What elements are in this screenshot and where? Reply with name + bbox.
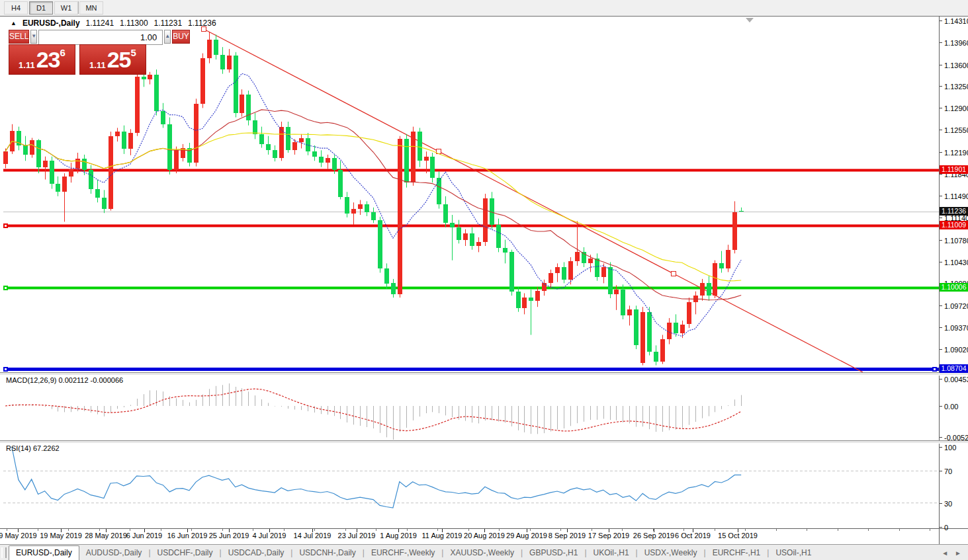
chart-ohlc-header: ▲ EURUSD-,Daily 1.11241 1.11300 1.11231 … xyxy=(11,19,216,28)
timeframe-d1[interactable]: D1 xyxy=(29,1,53,15)
chart-bottom-border xyxy=(0,528,968,529)
chart-tab-audusd-daily[interactable]: AUDUSD-,Daily xyxy=(79,546,149,559)
volume-decrease-icon[interactable]: ▼ xyxy=(30,30,37,44)
buy-price-pip: 5 xyxy=(131,47,136,58)
price-tick: 1.10780 xyxy=(944,237,968,245)
chart-tab-usdcnh-daily[interactable]: USDCNH-,Daily xyxy=(292,546,362,559)
chart-tab-usdx-weekly[interactable]: USDX-,Weekly xyxy=(638,546,704,559)
rsi-tick: 30 xyxy=(944,500,952,508)
sell-price-box[interactable]: 1.11 23 6 xyxy=(9,44,75,75)
macd-tick: 0.004536 xyxy=(944,376,968,383)
date-label: 17 Sep 2019 xyxy=(588,532,629,540)
date-label: 4 Jul 2019 xyxy=(253,532,286,540)
price-tick: 1.12900 xyxy=(944,104,968,112)
sell-button[interactable]: SELL xyxy=(9,30,29,44)
sell-price-prefix: 1.11 xyxy=(19,60,35,70)
price-tick: 1.09720 xyxy=(944,302,968,310)
rsi-tick: 0 xyxy=(944,524,948,532)
chart-tab-gbpusd-h1[interactable]: GBPUSD-,H1 xyxy=(523,546,584,559)
buy-price-big: 25 xyxy=(107,46,131,73)
one-click-trading-panel: SELL ▼ ▲ BUY 1.11 23 6 1.11 25 5 xyxy=(9,30,146,75)
date-label: 20 Aug 2019 xyxy=(464,532,505,540)
date-label: 6 Oct 2019 xyxy=(675,532,711,540)
chart-symbol-label: EURUSD-,Daily xyxy=(22,19,80,28)
date-label: 11 Aug 2019 xyxy=(422,532,462,540)
chart-tabs: EURUSD-,DailyAUDUSD-,Daily|USDCHF-,Daily… xyxy=(9,545,818,560)
timeframe-mn[interactable]: MN xyxy=(79,1,103,15)
date-label: 28 May 2019 xyxy=(85,532,127,540)
rsi-tick: 70 xyxy=(944,467,952,475)
date-label: 25 Jun 2019 xyxy=(209,532,249,540)
timeframe-h4[interactable]: H4 xyxy=(4,1,28,15)
hline-price-badge: 1.11901 xyxy=(940,165,968,174)
price-tick: 1.09020 xyxy=(944,346,968,354)
buy-button[interactable]: BUY xyxy=(172,30,190,44)
ohlc-high: 1.11300 xyxy=(120,19,148,28)
ohlc-close: 1.11236 xyxy=(188,19,216,28)
volume-increase-icon[interactable]: ▲ xyxy=(164,30,171,44)
ohlc-open: 1.11241 xyxy=(86,19,114,28)
price-scale-divider xyxy=(939,16,940,544)
date-label: 9 May 2019 xyxy=(0,532,37,540)
date-label: 16 Jun 2019 xyxy=(167,532,208,540)
macd-panel-plot-area[interactable] xyxy=(3,375,939,438)
macd-label: MACD(12,26,9) 0.002112 -0.000066 xyxy=(6,376,123,384)
date-label: 29 Aug 2019 xyxy=(506,532,547,540)
price-tick: 1.11490 xyxy=(944,192,968,200)
sell-price-big: 23 xyxy=(36,46,60,73)
volume-input[interactable] xyxy=(38,30,163,45)
price-tick: 1.12190 xyxy=(944,149,968,157)
date-label: 15 Oct 2019 xyxy=(718,532,758,540)
date-label: 1 Aug 2019 xyxy=(380,532,417,540)
date-label: 6 Jun 2019 xyxy=(126,532,162,540)
hline-price-badge: 1.10006 xyxy=(940,283,968,292)
chart-tab-eurchf-weekly[interactable]: EURCHF-,Weekly xyxy=(365,546,441,559)
tabs-scroll-left-icon[interactable]: ◄ xyxy=(942,549,948,557)
chart-tab-usdchf-daily[interactable]: USDCHF-,Daily xyxy=(151,546,220,559)
ohlc-low: 1.11231 xyxy=(154,19,183,28)
price-tick: 1.09370 xyxy=(944,324,968,332)
chart-tab-bar: EURUSD-,DailyAUDUSD-,Daily|USDCHF-,Daily… xyxy=(0,544,968,560)
tabbar-grip xyxy=(1,547,7,558)
price-tick: 1.13600 xyxy=(944,61,968,69)
collapse-panel-icon[interactable]: ▲ xyxy=(11,19,17,27)
chart-tab-ukoil-h1[interactable]: UKOil-,H1 xyxy=(587,546,636,559)
chart-tab-usoil-h1[interactable]: USOil-,H1 xyxy=(769,546,818,559)
price-tick: 1.10430 xyxy=(944,259,968,266)
price-tick: 1.14310 xyxy=(944,17,968,25)
timeframe-buttons: H4D1W1MN xyxy=(4,1,103,15)
hline-price-badge: 1.08704 xyxy=(940,364,968,373)
date-label: 19 May 2019 xyxy=(40,532,82,540)
current-price-badge: 1.11236 xyxy=(940,207,968,216)
chart-tab-usdcad-daily[interactable]: USDCAD-,Daily xyxy=(222,546,291,559)
rsi-panel-plot-area[interactable] xyxy=(3,443,939,528)
macd-tick: 0.00 xyxy=(944,403,958,411)
timeframe-w1[interactable]: W1 xyxy=(54,1,78,15)
timeframe-toolbar: H4D1W1MN xyxy=(0,0,968,16)
chart-tab-xauusd-weekly[interactable]: XAUUSD-,Weekly xyxy=(443,546,520,559)
sell-price-pip: 6 xyxy=(60,47,66,58)
date-label: 26 Sep 2019 xyxy=(633,532,674,540)
hline-price-badge: 1.11009 xyxy=(940,221,968,229)
rsi-label: RSI(14) 67.2262 xyxy=(6,444,60,452)
price-tick: 1.13960 xyxy=(944,39,968,47)
price-tick: 1.12550 xyxy=(944,126,968,134)
tabs-scroll-right-icon[interactable]: ► xyxy=(955,549,961,557)
rsi-tick: 100 xyxy=(944,444,956,452)
chart-tab-eurchf-h1[interactable]: EURCHF-,H1 xyxy=(706,546,768,559)
date-label: 8 Sep 2019 xyxy=(549,532,586,540)
toolbar-divider xyxy=(78,1,79,14)
date-label: 23 Jul 2019 xyxy=(338,532,376,540)
buy-price-prefix: 1.11 xyxy=(89,60,106,70)
date-label: 14 Jul 2019 xyxy=(294,532,331,540)
buy-price-box[interactable]: 1.11 25 5 xyxy=(79,44,146,75)
chart-tab-eurusd-daily[interactable]: EURUSD-,Daily xyxy=(9,545,79,560)
price-tick: 1.13250 xyxy=(944,83,968,91)
